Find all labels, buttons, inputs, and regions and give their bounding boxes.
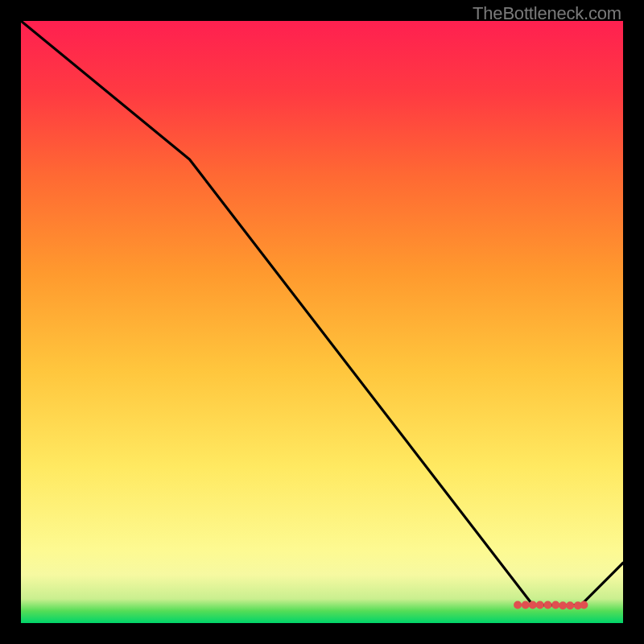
marker-dot: [544, 601, 552, 609]
series-curve: [21, 21, 623, 605]
marker-dot: [580, 601, 588, 609]
marker-dot: [551, 601, 559, 609]
marker-dot: [522, 601, 530, 609]
plot-area: [21, 21, 623, 623]
line-series-layer: [21, 21, 623, 623]
marker-dot: [529, 601, 537, 609]
marker-dot: [536, 601, 544, 609]
marker-dot: [566, 601, 574, 609]
valley-markers: [514, 601, 588, 610]
chart-frame: TheBottleneck.com: [0, 0, 644, 644]
marker-dot: [559, 601, 567, 609]
marker-dot: [514, 601, 522, 609]
